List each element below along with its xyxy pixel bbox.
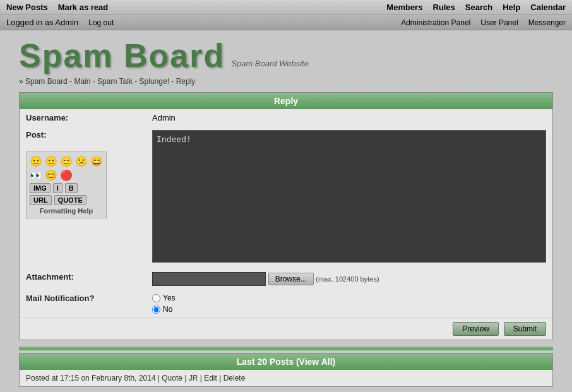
admin-panel-link[interactable]: Administration Panel xyxy=(401,18,470,27)
submit-button[interactable]: Submit xyxy=(504,322,546,336)
rules-link[interactable]: Rules xyxy=(432,3,455,12)
img-button[interactable]: IMG xyxy=(30,183,51,193)
formatting-help-link[interactable]: Formatting Help xyxy=(30,207,103,215)
reply-panel: Reply Username: Admin Post: 😐 😐 😑 xyxy=(19,92,553,340)
mail-no-label[interactable]: No xyxy=(152,305,546,314)
breadcrumb-talk[interactable]: Spam Talk xyxy=(97,77,133,86)
emoji-smile[interactable]: 😊 xyxy=(45,169,57,181)
nav-left-row1: New Posts Mark as read xyxy=(6,3,108,12)
max-size-text: (max. 102400 bytes) xyxy=(316,275,379,283)
format-row-1: IMG I B xyxy=(30,183,103,193)
new-posts-link[interactable]: New Posts xyxy=(6,3,48,12)
italic-button[interactable]: I xyxy=(53,183,63,193)
attachment-input-display xyxy=(152,272,266,286)
bold-button[interactable]: B xyxy=(65,183,78,193)
top-nav: New Posts Mark as read Members Rules Sea… xyxy=(0,0,572,30)
last-posts-title-link[interactable]: Last 20 Posts (View All) xyxy=(237,357,335,367)
post-label: Post: 😐 😐 😑 😕 😄 👀 😊 xyxy=(20,126,146,268)
search-link[interactable]: Search xyxy=(465,3,492,12)
quote-button[interactable]: QUOTE xyxy=(54,195,86,205)
logo-subtitle: Spam Board Website xyxy=(231,59,309,68)
attachment-cell: Browse... (max. 102400 bytes) xyxy=(146,268,552,290)
username-row: Username: Admin xyxy=(20,109,552,126)
mail-yes-label[interactable]: Yes xyxy=(152,294,546,302)
help-link[interactable]: Help xyxy=(503,3,520,12)
mail-notification-cell: Yes No xyxy=(146,290,552,318)
main-wrapper: Spam Board Spam Board Website » Spam Boa… xyxy=(0,30,572,392)
breadcrumb: » Spam Board - Main - Spam Talk - Splung… xyxy=(19,77,553,86)
username-label: Username: xyxy=(20,109,146,126)
breadcrumb-reply[interactable]: Reply xyxy=(176,77,196,86)
emoji-2[interactable]: 😐 xyxy=(45,155,57,167)
nav-right-row2: Administration Panel User Panel Messenge… xyxy=(401,18,566,27)
breadcrumb-sep2: - xyxy=(134,77,139,86)
emoji-4[interactable]: 😕 xyxy=(75,155,88,167)
username-value: Admin xyxy=(146,109,552,126)
mark-as-read-link[interactable]: Mark as read xyxy=(58,3,109,12)
breadcrumb-splunge[interactable]: Splunge! xyxy=(140,77,169,86)
emoji-row-2: 👀 😊 🔴 xyxy=(30,169,103,181)
attachment-label: Attachment: xyxy=(20,268,146,290)
mail-yes-radio[interactable] xyxy=(152,294,160,302)
nav-row1: New Posts Mark as read Members Rules Sea… xyxy=(0,0,572,15)
emoji-row-1: 😐 😐 😑 😕 😄 xyxy=(30,155,103,167)
mail-yes-text: Yes xyxy=(163,294,176,302)
reply-table: Username: Admin Post: 😐 😐 😑 😕 😄 xyxy=(20,109,552,318)
breadcrumb-main[interactable]: Spam Board - Main xyxy=(25,77,90,86)
last-posts-header: Last 20 Posts (View All) xyxy=(20,353,552,370)
reply-header: Reply xyxy=(20,93,552,109)
mail-no-radio[interactable] xyxy=(152,306,160,314)
emoji-eyes[interactable]: 👀 xyxy=(30,169,42,181)
mail-radio-group: Yes No xyxy=(152,294,546,314)
section-separator xyxy=(19,347,553,350)
post-row: Post: 😐 😐 😑 😕 😄 👀 😊 xyxy=(20,126,552,268)
post-textarea[interactable]: Indeed! xyxy=(152,130,546,263)
nav-row2: Logged in as Admin Log out Administratio… xyxy=(0,15,572,30)
first-post-text: Posted at 17:15 on February 8th, 2014 | … xyxy=(26,374,245,383)
submit-row: Preview Submit xyxy=(20,318,552,340)
mail-notification-row: Mail Notification? Yes No xyxy=(20,290,552,318)
user-panel-link[interactable]: User Panel xyxy=(480,18,518,27)
mail-notification-label: Mail Notification? xyxy=(20,290,146,318)
breadcrumb-sep3: - xyxy=(171,77,176,86)
messenger-link[interactable]: Messenger xyxy=(528,18,566,27)
logo-text: Spam Board xyxy=(19,37,225,74)
logged-in-label: Logged in as Admin xyxy=(6,18,78,27)
post-value-cell: Indeed! xyxy=(146,126,552,268)
emoji-toolbar: 😐 😐 😑 😕 😄 👀 😊 🔴 IMG xyxy=(26,151,107,218)
emoji-3[interactable]: 😑 xyxy=(60,155,73,167)
breadcrumb-sep1: - xyxy=(93,77,97,86)
calendar-link[interactable]: Calendar xyxy=(530,3,566,12)
emoji-5[interactable]: 😄 xyxy=(90,155,103,167)
attachment-row: Attachment: Browse... (max. 102400 bytes… xyxy=(20,268,552,290)
browse-button[interactable]: Browse... xyxy=(268,273,314,285)
preview-button[interactable]: Preview xyxy=(453,322,499,336)
last-posts-panel: Last 20 Posts (View All) Posted at 17:15… xyxy=(19,353,553,387)
members-link[interactable]: Members xyxy=(386,3,422,12)
nav-left-row2: Logged in as Admin Log out xyxy=(6,18,114,27)
mail-no-text: No xyxy=(163,305,172,314)
logout-link[interactable]: Log out xyxy=(88,18,114,27)
breadcrumb-prefix: » xyxy=(19,77,25,86)
logged-in-text: Logged in as Admin xyxy=(6,18,78,27)
emoji-red[interactable]: 🔴 xyxy=(60,169,73,181)
nav-right-row1: Members Rules Search Help Calendar xyxy=(386,3,566,12)
last-posts-content: Posted at 17:15 on February 8th, 2014 | … xyxy=(20,370,552,386)
logo-area: Spam Board Spam Board Website xyxy=(19,37,553,74)
format-row-2: URL QUOTE xyxy=(30,195,103,205)
url-button[interactable]: URL xyxy=(30,195,52,205)
emoji-1[interactable]: 😐 xyxy=(30,155,42,167)
